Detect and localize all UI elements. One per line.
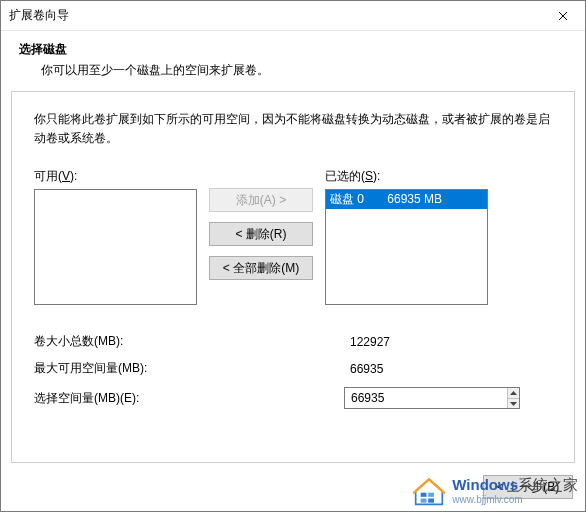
amount-spinner <box>344 387 520 409</box>
close-button[interactable] <box>540 1 585 30</box>
instruction-text: 你只能将此卷扩展到如下所示的可用空间，因为不能将磁盘转换为动态磁盘，或者被扩展的… <box>34 110 552 148</box>
total-size-label: 卷大小总数(MB): <box>34 333 344 350</box>
selected-label: 已选的(S): <box>325 168 488 185</box>
remove-button[interactable]: < 删除(R) <box>209 222 313 246</box>
selected-listbox[interactable]: 磁盘 0 66935 MB <box>325 189 488 305</box>
disk-selection-section: 可用(V): 添加(A) > < 删除(R) < 全部删除(M) 已选的(S):… <box>34 168 552 305</box>
chevron-down-icon <box>510 402 517 406</box>
total-size-value: 122927 <box>344 335 390 349</box>
close-icon <box>558 11 568 21</box>
wizard-header-title: 选择磁盘 <box>19 41 567 58</box>
remove-all-button[interactable]: < 全部删除(M) <box>209 256 313 280</box>
wizard-header-subtitle: 你可以用至少一个磁盘上的空间来扩展卷。 <box>19 62 567 79</box>
selected-column: 已选的(S): 磁盘 0 66935 MB <box>325 168 488 305</box>
amount-label: 选择空间量(MB)(E): <box>34 390 344 407</box>
spin-down-button[interactable] <box>508 398 519 409</box>
max-space-row: 最大可用空间量(MB): 66935 <box>34 360 552 377</box>
available-label: 可用(V): <box>34 168 197 185</box>
add-button[interactable]: 添加(A) > <box>209 188 313 212</box>
amount-input[interactable] <box>345 388 507 408</box>
max-space-value: 66935 <box>344 362 383 376</box>
back-button[interactable]: < 上一步(B) <box>483 475 573 499</box>
list-item[interactable]: 磁盘 0 66935 MB <box>326 190 487 209</box>
total-size-row: 卷大小总数(MB): 122927 <box>34 333 552 350</box>
content-panel: 你只能将此卷扩展到如下所示的可用空间，因为不能将磁盘转换为动态磁盘，或者被扩展的… <box>11 91 575 463</box>
titlebar: 扩展卷向导 <box>1 1 585 31</box>
available-column: 可用(V): <box>34 168 197 305</box>
available-listbox[interactable] <box>34 189 197 305</box>
chevron-up-icon <box>510 391 517 395</box>
wizard-header: 选择磁盘 你可以用至少一个磁盘上的空间来扩展卷。 <box>1 31 585 91</box>
max-space-label: 最大可用空间量(MB): <box>34 360 344 377</box>
size-fields: 卷大小总数(MB): 122927 最大可用空间量(MB): 66935 选择空… <box>34 333 552 409</box>
window-title: 扩展卷向导 <box>9 7 69 24</box>
transfer-buttons: 添加(A) > < 删除(R) < 全部删除(M) <box>209 188 313 280</box>
amount-row: 选择空间量(MB)(E): <box>34 387 552 409</box>
wizard-window: 扩展卷向导 选择磁盘 你可以用至少一个磁盘上的空间来扩展卷。 你只能将此卷扩展到… <box>0 0 586 512</box>
spinner-buttons <box>507 388 519 408</box>
wizard-footer: < 上一步(B) <box>1 463 585 511</box>
spin-up-button[interactable] <box>508 388 519 398</box>
